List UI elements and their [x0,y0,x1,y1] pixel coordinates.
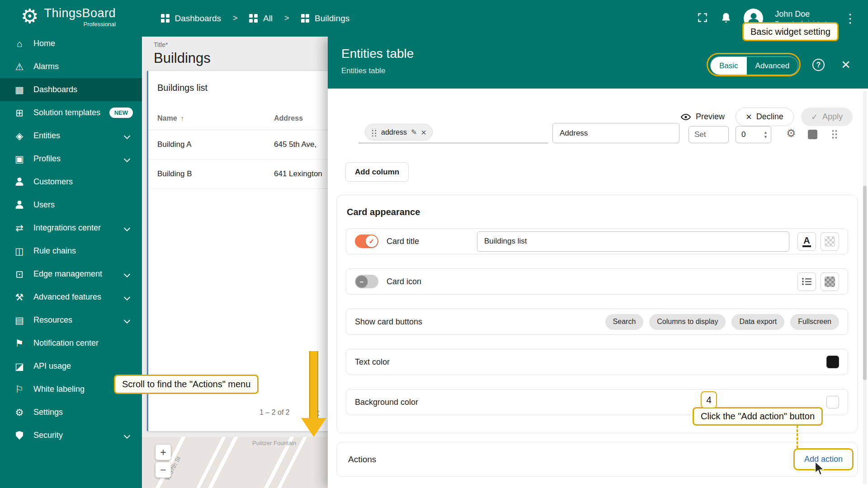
brand-subtitle: Professional [44,21,116,28]
sidebar-item-notification-center[interactable]: ⚑ Notification center [0,332,142,355]
column-header-address[interactable]: Address [274,114,328,122]
sidebar-item-dashboards[interactable]: ▦ Dashboards [0,78,142,101]
format-text-icon: A [802,236,811,247]
kebab-menu-icon[interactable]: ⋮ [844,11,856,26]
basic-mode-button[interactable]: Basic [711,57,747,75]
dialog-toolbar: Preview × Decline ✓ Apply [677,108,853,126]
close-icon[interactable]: × [841,56,850,72]
mouse-cursor-icon [814,462,826,478]
sidebar-item-label: White labeling [33,385,85,394]
sidebar-item-entities[interactable]: ◈ Entities [0,124,142,147]
zoom-in-button[interactable]: + [156,445,171,460]
card-title-toggle[interactable]: ✓ [355,235,378,248]
decline-button[interactable]: × Decline [736,108,794,126]
breadcrumb-label: Dashboards [175,14,221,23]
remove-icon[interactable]: × [421,128,426,137]
notifications-bell-icon[interactable] [720,12,732,25]
zoom-out-button[interactable]: − [156,462,171,478]
sidebar-item-home[interactable]: ⌂ Home [0,32,142,55]
dialog-scrollbar[interactable] [863,91,867,484]
chip-label: address [381,128,407,136]
sidebar-item-edge-management[interactable]: ⊡ Edge management [0,263,142,286]
column-width-mode-field[interactable]: Set [689,126,729,143]
scrollbar-thumb[interactable] [863,186,867,380]
table-row[interactable]: Building B 641 Lexington [148,160,328,189]
row-drag-handle-icon[interactable] [831,129,838,140]
sidebar-item-resources[interactable]: ▤ Resources [0,309,142,332]
sidebar-item-integrations-center[interactable]: ⇄ Integrations center [0,216,142,239]
card-button-columns-to-display[interactable]: Columns to display [649,314,726,330]
widget-title: Buildings list [148,71,328,93]
dashboard-title-label: Title* [154,41,328,48]
stepper-arrows-icon[interactable]: ▲▼ [764,131,768,139]
breadcrumb-all[interactable]: All [249,14,273,23]
edit-pencil-icon[interactable]: ✎ [411,128,417,136]
advanced-mode-button[interactable]: Advanced [747,57,798,75]
toggle-check-icon: ✓ [366,235,377,247]
sidebar-item-label: Solution templates [33,108,100,117]
column-color-swatch[interactable] [808,130,817,139]
breadcrumb-dashboards[interactable]: Dashboards [161,14,221,23]
sidebar-item-alarms[interactable]: ⚠ Alarms [0,55,142,78]
thingsboard-logo-icon: ⚙ [21,6,38,26]
dashboard-grid-icon [249,14,258,23]
sidebar-item-label: Notification center [33,338,99,348]
sidebar-item-solution-templates[interactable]: ⊞ Solution templates NEW [0,101,142,124]
title-color-button[interactable] [821,232,839,251]
card-icon-toggle[interactable]: − [355,275,378,288]
preview-button[interactable]: Preview [677,108,728,126]
card-button-fullscreen[interactable]: Fullscreen [790,314,839,330]
sidebar-item-security[interactable]: Security [0,424,142,447]
table-header-row: Name ↑ Address [148,107,328,130]
apply-button[interactable]: ✓ Apply [801,108,853,126]
sidebar-item-advanced-features[interactable]: ⚒ Advanced features [0,286,142,309]
toggle-minus-icon: − [356,276,368,287]
dashboard-header: Title* Buildings [142,37,328,66]
card-title-input[interactable]: Buildings list [477,231,789,252]
chevron-down-icon [124,271,130,277]
column-label-field[interactable]: Address [552,123,679,143]
cell-address: 645 5th Ave, [274,140,328,149]
actions-section: Actions Add action [336,442,858,477]
text-style-button[interactable]: A [797,232,816,251]
brand-logo[interactable]: ⚙ ThingsBoard Professional [0,0,142,32]
text-color-swatch[interactable] [826,356,839,368]
tutorial-arrow-head [301,418,326,437]
callout-scroll-hint: Scroll to find the "Actions" menu [114,375,259,394]
table-row[interactable]: Building A 645 5th Ave, [148,130,328,160]
background-color-label: Background color [355,398,418,407]
breadcrumb-label: Buildings [315,14,349,23]
card-button-search[interactable]: Search [605,314,644,330]
dashboard-panel: Title* Buildings Buildings list Name ↑ A… [142,37,328,488]
help-icon[interactable]: ? [812,59,825,71]
sidebar-item-label: Customers [33,177,73,187]
alarm-icon: ⚠ [14,61,25,72]
cell-name: Building A [148,140,274,149]
sidebar-item-profiles[interactable]: ▣ Profiles [0,147,142,170]
icon-color-button[interactable] [821,272,839,291]
background-color-swatch[interactable] [826,396,839,408]
home-icon: ⌂ [14,38,25,49]
fullscreen-icon[interactable] [697,12,708,25]
card-button-data-export[interactable]: Data export [731,314,784,330]
mode-toggle: Basic Advanced [710,56,798,75]
drag-handle-icon[interactable] [371,128,377,136]
column-width-stepper[interactable]: 0 ▲▼ [736,126,771,143]
sidebar-item-rule-chains[interactable]: ◫ Rule chains [0,239,142,263]
breadcrumb-buildings[interactable]: Buildings [301,14,350,23]
sidebar-item-users[interactable]: Users [0,193,142,216]
icon-picker-button[interactable] [797,272,816,291]
chevron-down-icon [124,294,130,300]
column-key-field[interactable]: address ✎ × [359,124,548,143]
column-header-name[interactable]: Name ↑ [148,114,274,122]
add-column-button[interactable]: Add column [345,162,409,182]
white-labeling-icon: ⚐ [14,384,25,395]
map-widget[interactable]: Pulitzer Fountain W 57th St + − [142,437,328,488]
column-settings-gear-icon[interactable]: ⚙ [786,127,796,140]
sidebar-item-settings[interactable]: ⚙ Settings [0,401,142,424]
check-icon: ✓ [811,112,818,122]
dialog-subtitle: Entities table [341,66,385,75]
column-chip-address[interactable]: address ✎ × [365,124,433,141]
sidebar-item-customers[interactable]: Customers [0,170,142,193]
security-shield-icon [14,431,25,440]
